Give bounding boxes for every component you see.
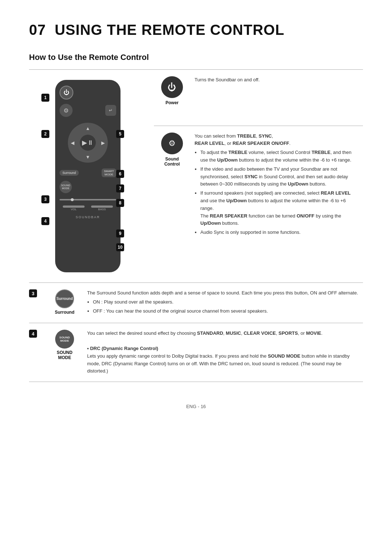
- page-title: 07 USING THE REMOTE CONTROL: [29, 22, 363, 38]
- badge-6: 6: [116, 170, 124, 178]
- surround-button[interactable]: Surround: [60, 170, 79, 176]
- badge-5: 5: [116, 130, 124, 138]
- main-table: 1 2 3 4 5: [29, 69, 363, 283]
- vol-label: VOL: [63, 208, 85, 211]
- power-icon-label: Power: [158, 100, 186, 105]
- dpad-left-arrow: ◀: [71, 140, 74, 146]
- surround-icon-cell: Surround Surround: [46, 283, 83, 323]
- bass-slider[interactable]: [91, 206, 113, 208]
- sound-control-icon-label: Sound Control: [158, 156, 186, 167]
- page-footer: ENG - 16: [29, 404, 363, 409]
- sound-mode-desc-cell: You can select the desired sound effect …: [83, 323, 363, 382]
- badge-4: 4: [41, 217, 49, 225]
- badge-8: 8: [116, 199, 124, 207]
- dpad-center[interactable]: ▶⏸: [80, 135, 96, 151]
- badge-1: 1: [41, 94, 49, 102]
- settings-button[interactable]: ⚙: [60, 104, 73, 117]
- dpad-up-arrow: ▲: [86, 126, 90, 131]
- sound-mode-icon[interactable]: SOUNDMODE: [55, 330, 74, 349]
- surround-icon[interactable]: Surround: [55, 289, 74, 308]
- surround-desc-cell: The Surround Sound function adds depth a…: [83, 283, 363, 323]
- soundbar-label: SOUNDBAR: [75, 215, 100, 219]
- vol-slider[interactable]: [63, 206, 85, 208]
- power-icon-cell: ⏻ Power: [154, 70, 190, 126]
- badge-2: 2: [41, 130, 49, 138]
- badge-3: 3: [41, 195, 49, 203]
- power-button[interactable]: ⏻: [60, 86, 73, 99]
- surround-badge-cell: 3: [29, 283, 46, 323]
- sound-control-icon-cell: ⚙ Sound Control: [154, 126, 190, 282]
- surround-row: 3 Surround Surround The Surround Sound f…: [29, 283, 363, 323]
- power-icon-circle: ⏻: [161, 76, 183, 98]
- dpad[interactable]: ▲ ▼ ◀ ▶ ▶⏸: [68, 123, 108, 163]
- sound-mode-badge-cell: 4: [29, 323, 46, 382]
- remote-body: ⏻ ⚙ ↵ ▲ ▼ ◀ ▶: [55, 80, 121, 272]
- surround-label: Surround: [51, 310, 78, 315]
- badge-10: 10: [116, 243, 124, 251]
- bass-label: BASS: [91, 208, 113, 211]
- sound-mode-icon-cell: SOUNDMODE SOUND MODE: [46, 323, 83, 382]
- sound-mode-button[interactable]: SOUNDMODE: [60, 181, 72, 193]
- sound-mode-row: 4 SOUNDMODE SOUND MODE You can select th…: [29, 323, 363, 382]
- lower-table: 3 Surround Surround The Surround Sound f…: [29, 283, 363, 382]
- sound-control-desc-cell: You can select from TREBLE, SYNC, REAR L…: [190, 126, 363, 282]
- power-desc-cell: Turns the Soundbar on and off.: [190, 70, 363, 126]
- dpad-right-arrow: ▶: [101, 140, 105, 146]
- section-title: How to Use the Remote Control: [29, 53, 363, 62]
- remote-diagram-cell: 1 2 3 4 5: [29, 70, 154, 283]
- badge-9: 9: [116, 229, 124, 237]
- badge-7: 7: [116, 184, 124, 192]
- sound-control-icon-circle: ⚙: [161, 133, 183, 154]
- smart-mode-button[interactable]: SMARTMODE: [102, 168, 116, 177]
- dpad-down-arrow: ▼: [86, 154, 90, 160]
- remote-section: 1 2 3 4 5: [33, 76, 150, 276]
- sound-mode-label: SOUND MODE: [51, 350, 78, 360]
- input-button[interactable]: ↵: [105, 105, 116, 116]
